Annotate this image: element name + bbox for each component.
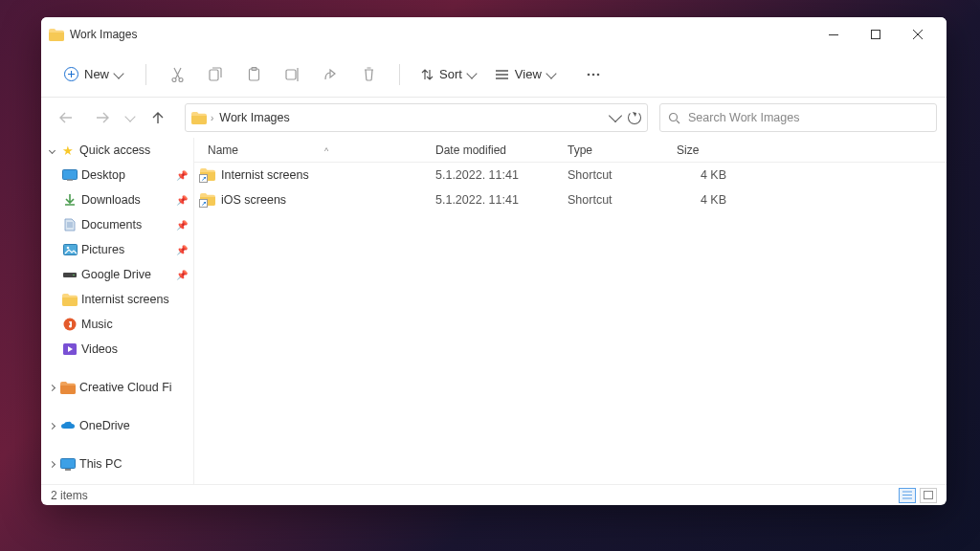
file-row[interactable]: ↗ Internist screens 5.1.2022. 11:41 Shor… — [194, 163, 947, 187]
pin-icon: 📌 — [176, 245, 188, 255]
sidebar-item-desktop[interactable]: Desktop 📌 — [41, 163, 193, 187]
cut-button[interactable] — [160, 57, 194, 92]
thumbnails-view-button[interactable] — [920, 488, 937, 503]
search-box[interactable]: Search Work Images — [659, 103, 937, 132]
status-bar: 2 items — [41, 484, 947, 505]
file-name: iOS screens — [221, 193, 286, 207]
desktop-icon — [62, 168, 78, 182]
svg-rect-13 — [67, 180, 73, 182]
pin-icon: 📌 — [176, 170, 188, 181]
svg-point-3 — [179, 77, 183, 81]
sidebar: ★ Quick access Desktop 📌 Downloads 📌 Doc… — [41, 138, 194, 484]
up-button[interactable] — [143, 102, 173, 133]
svg-rect-1 — [872, 31, 880, 39]
pin-icon: 📌 — [176, 220, 188, 231]
sidebar-item-google-drive[interactable]: Google Drive 📌 — [41, 262, 193, 287]
refresh-button[interactable] — [628, 111, 641, 124]
sidebar-item-pictures[interactable]: Pictures 📌 — [41, 237, 193, 262]
this-pc-icon — [60, 457, 76, 471]
sidebar-item-onedrive[interactable]: OneDrive — [41, 413, 193, 438]
breadcrumb-segment[interactable]: Work Images — [217, 109, 291, 126]
folder-icon — [62, 293, 78, 306]
file-date: 5.1.2022. 11:41 — [426, 193, 558, 207]
svg-point-17 — [73, 274, 75, 276]
copy-button[interactable] — [198, 57, 233, 92]
sidebar-item-videos[interactable]: Videos — [41, 337, 193, 362]
search-placeholder: Search Work Images — [688, 111, 799, 124]
col-name[interactable]: Name^ — [194, 143, 426, 157]
file-type: Shortcut — [558, 168, 667, 182]
file-row[interactable]: ↗ iOS screens 5.1.2022. 11:41 Shortcut 4… — [194, 187, 947, 212]
sidebar-item-quick-access[interactable]: ★ Quick access — [41, 138, 193, 163]
minimize-button[interactable] — [813, 20, 855, 49]
sidebar-item-creative-cloud[interactable]: Creative Cloud Fi — [41, 375, 193, 400]
col-date[interactable]: Date modified — [426, 143, 558, 157]
svg-rect-16 — [63, 273, 77, 277]
item-count: 2 items — [51, 489, 88, 502]
address-dropdown[interactable] — [609, 109, 622, 122]
share-button[interactable] — [313, 57, 347, 92]
separator — [145, 64, 146, 85]
address-row: › Work Images Search Work Images — [41, 98, 947, 138]
svg-rect-0 — [829, 34, 838, 35]
sort-label: Sort — [439, 67, 462, 81]
content: ★ Quick access Desktop 📌 Downloads 📌 Doc… — [41, 138, 947, 484]
details-view-button[interactable] — [899, 488, 916, 503]
file-size: 4 KB — [667, 193, 736, 207]
pin-icon: 📌 — [176, 195, 188, 206]
file-name: Internist screens — [221, 168, 309, 182]
address-bar[interactable]: › Work Images — [185, 103, 648, 132]
rename-button[interactable] — [275, 57, 309, 92]
folder-icon — [191, 112, 207, 124]
downloads-icon — [62, 193, 78, 207]
sidebar-item-internist-screens[interactable]: Internist screens — [41, 287, 193, 312]
chevron-down-icon — [113, 68, 123, 78]
sidebar-item-this-pc[interactable]: This PC — [41, 452, 193, 476]
paste-button[interactable] — [236, 57, 271, 92]
file-date: 5.1.2022. 11:41 — [426, 168, 558, 182]
back-button[interactable] — [51, 102, 81, 133]
toolbar: New Sort View — [41, 52, 947, 98]
star-icon: ★ — [60, 143, 76, 157]
sort-button[interactable]: Sort — [413, 62, 483, 86]
window-title: Work Images — [70, 28, 137, 41]
titlebar[interactable]: Work Images — [41, 17, 947, 52]
close-button[interactable] — [897, 20, 939, 49]
delete-button[interactable] — [351, 57, 386, 92]
maximize-button[interactable] — [855, 20, 897, 49]
col-type[interactable]: Type — [558, 143, 667, 157]
view-label: View — [515, 67, 542, 81]
drive-icon — [62, 268, 78, 281]
sidebar-item-documents[interactable]: Documents 📌 — [41, 212, 193, 237]
pin-icon: 📌 — [176, 270, 188, 280]
view-icon — [495, 69, 509, 80]
svg-point-15 — [66, 247, 69, 250]
search-icon — [668, 112, 680, 124]
svg-point-8 — [588, 73, 590, 76]
svg-rect-20 — [61, 458, 76, 468]
forward-button[interactable] — [87, 102, 118, 133]
music-icon — [62, 318, 78, 331]
sidebar-item-downloads[interactable]: Downloads 📌 — [41, 187, 193, 212]
separator — [399, 64, 400, 85]
creative-cloud-icon — [60, 381, 76, 394]
chevron-down-icon — [466, 68, 477, 78]
pictures-icon — [62, 243, 78, 256]
col-size[interactable]: Size — [667, 143, 736, 157]
recent-dropdown[interactable] — [123, 102, 137, 133]
view-button[interactable]: View — [487, 62, 563, 86]
more-button[interactable] — [576, 57, 611, 92]
sidebar-item-music[interactable]: Music — [41, 312, 193, 337]
svg-rect-22 — [924, 492, 933, 499]
folder-shortcut-icon: ↗ — [200, 193, 215, 207]
breadcrumb-separator: › — [211, 113, 213, 123]
new-button[interactable]: New — [55, 62, 132, 86]
new-label: New — [84, 67, 109, 81]
column-headers: Name^ Date modified Type Size — [194, 138, 947, 163]
videos-icon — [62, 342, 78, 356]
file-size: 4 KB — [667, 168, 736, 182]
svg-point-11 — [670, 113, 678, 121]
svg-rect-21 — [65, 469, 71, 471]
svg-point-2 — [172, 77, 176, 81]
svg-point-9 — [592, 73, 595, 76]
